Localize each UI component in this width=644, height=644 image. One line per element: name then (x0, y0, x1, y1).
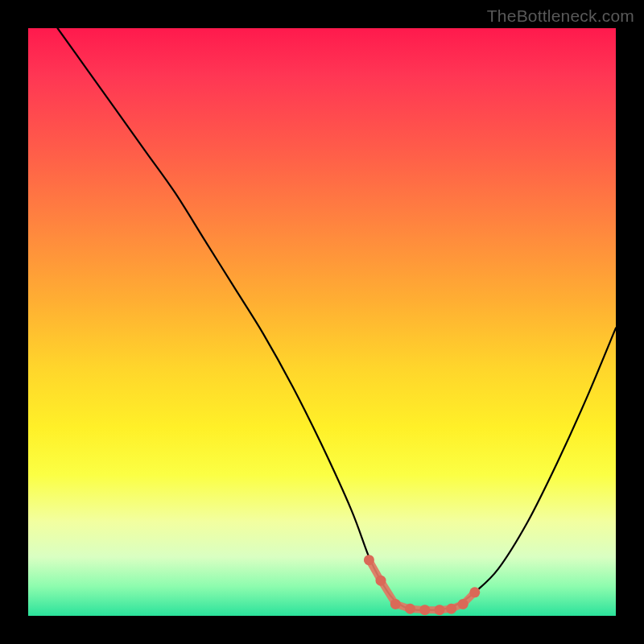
marker-dot (435, 605, 445, 615)
marker-dot (390, 599, 401, 609)
chart-frame: TheBottleneck.com (0, 0, 644, 644)
marker-dot (458, 599, 469, 609)
chart-svg (28, 28, 616, 616)
marker-dot (419, 605, 430, 615)
chart-plot-area (28, 28, 616, 616)
watermark-text: TheBottleneck.com (487, 6, 634, 26)
marker-dot (446, 604, 456, 614)
marker-dot (405, 604, 415, 614)
marker-dot (469, 587, 480, 597)
marker-dot (364, 555, 374, 565)
bottleneck-curve (58, 28, 617, 610)
curve-path (58, 28, 617, 610)
flat-minimum-dots (364, 555, 480, 615)
marker-dot (376, 576, 386, 586)
